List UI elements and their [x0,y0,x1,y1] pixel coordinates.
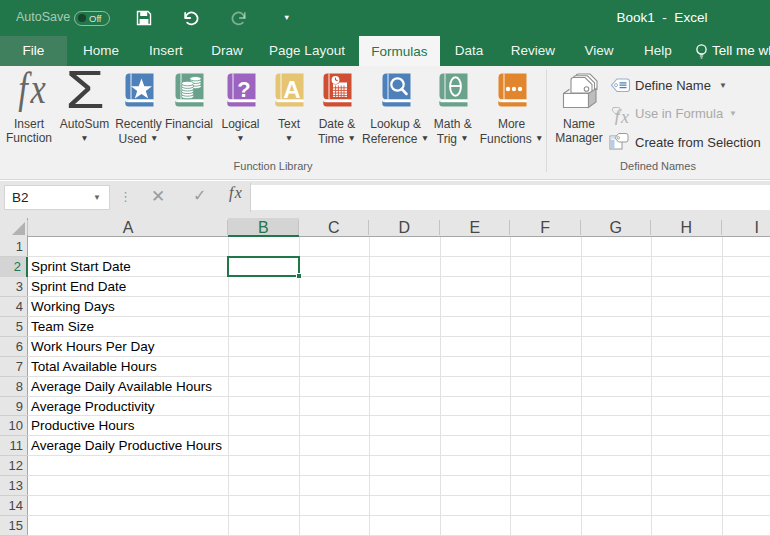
svg-text:?: ? [237,77,250,102]
svg-text:f x: f x [615,107,630,126]
svg-text:A: A [283,76,300,103]
